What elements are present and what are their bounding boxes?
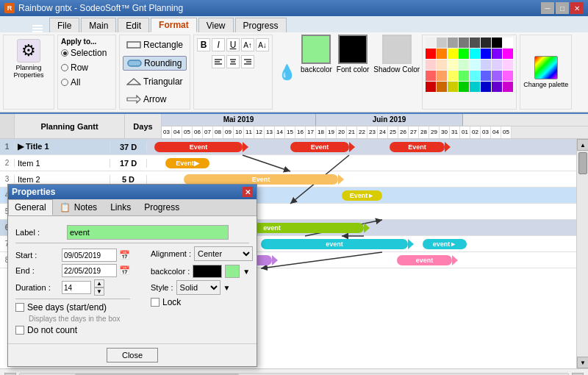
bold-button[interactable]: B xyxy=(197,38,210,51)
palette-cell-19[interactable] xyxy=(459,60,469,70)
start-input[interactable] xyxy=(62,249,117,262)
do-not-count-checkbox[interactable] xyxy=(15,326,24,335)
scroll-up-button[interactable]: ▲ xyxy=(577,139,588,151)
palette-cell-6[interactable] xyxy=(492,38,502,48)
apply-row-radio[interactable]: Row xyxy=(61,63,88,73)
gantt-bar[interactable]: Event xyxy=(184,174,338,185)
duration-input[interactable] xyxy=(62,281,91,294)
scroll-right-button[interactable]: ► xyxy=(572,373,584,376)
palette-cell-7[interactable] xyxy=(503,38,513,48)
palette-cell-24[interactable] xyxy=(426,71,436,81)
font-size-up-button[interactable]: A↑ xyxy=(241,38,254,51)
palette-cell-18[interactable] xyxy=(448,60,458,70)
dialog-close-button-footer[interactable]: Close xyxy=(107,348,158,362)
table-row[interactable]: 1▶ Title 137 D xyxy=(0,139,147,155)
dialog-backcolor-green-swatch[interactable] xyxy=(225,265,240,278)
palette-cell-22[interactable] xyxy=(492,60,502,70)
tab-file[interactable]: File xyxy=(49,18,79,32)
change-palette-button[interactable]: Change palette xyxy=(523,56,568,88)
underline-button[interactable]: U xyxy=(226,38,240,51)
gantt-bar[interactable]: event► xyxy=(423,239,467,249)
dialog-tab-progress[interactable]: Progress xyxy=(137,199,186,215)
palette-cell-30[interactable] xyxy=(492,71,502,81)
shape-rectangle-button[interactable]: Rectangle xyxy=(123,38,187,51)
align-left-button[interactable] xyxy=(212,55,225,68)
close-button[interactable]: ✕ xyxy=(570,2,584,14)
font-size-down-button[interactable]: A↓ xyxy=(256,38,269,51)
style-select[interactable]: Solid xyxy=(176,280,220,295)
planning-properties-button[interactable]: ⚙ PlanningProperties xyxy=(12,38,45,80)
shape-arrow-button[interactable]: Arrow xyxy=(123,93,187,106)
start-calendar-icon[interactable]: 📅 xyxy=(119,250,130,260)
tab-progress[interactable]: Progress xyxy=(235,18,287,32)
palette-cell-21[interactable] xyxy=(481,60,491,70)
palette-cell-29[interactable] xyxy=(481,71,491,81)
palette-cell-35[interactable] xyxy=(459,82,469,92)
dialog-tab-links[interactable]: Links xyxy=(104,199,137,215)
palette-cell-15[interactable] xyxy=(503,49,513,59)
maximize-button[interactable]: □ xyxy=(556,2,569,14)
palette-cell-2[interactable] xyxy=(448,38,458,48)
backcolor-dropdown-arrow[interactable]: ▼ xyxy=(243,268,250,276)
dialog-close-button[interactable]: ✕ xyxy=(243,187,253,197)
palette-cell-14[interactable] xyxy=(492,49,502,59)
table-row[interactable]: 2Item 117 D xyxy=(0,155,147,171)
palette-cell-34[interactable] xyxy=(448,82,458,92)
palette-cell-4[interactable] xyxy=(470,38,480,48)
tab-edit[interactable]: Edit xyxy=(118,18,149,32)
style-dropdown-arrow[interactable]: ▼ xyxy=(223,284,231,292)
palette-cell-26[interactable] xyxy=(448,71,458,81)
menu-button[interactable] xyxy=(32,25,43,32)
palette-cell-11[interactable] xyxy=(459,49,469,59)
palette-cell-28[interactable] xyxy=(470,71,480,81)
gantt-bar[interactable]: event xyxy=(397,255,452,265)
palette-cell-20[interactable] xyxy=(470,60,480,70)
gantt-bar[interactable]: Event xyxy=(290,142,349,152)
shape-triangular-button[interactable]: Triangular xyxy=(123,75,187,88)
palette-cell-3[interactable] xyxy=(459,38,469,48)
duration-spinner[interactable]: ▲ ▼ xyxy=(94,279,104,296)
end-input[interactable] xyxy=(62,264,117,277)
font-color-swatch[interactable] xyxy=(338,35,368,64)
palette-cell-10[interactable] xyxy=(448,49,458,59)
dialog-tab-general[interactable]: General xyxy=(8,199,53,215)
shadow-color-swatch[interactable] xyxy=(382,35,412,64)
scroll-down-button[interactable]: ▼ xyxy=(577,357,588,368)
palette-cell-36[interactable] xyxy=(470,82,480,92)
dialog-backcolor-swatch[interactable] xyxy=(193,265,222,278)
apply-selection-radio[interactable]: Selection xyxy=(61,48,107,58)
tab-format[interactable]: Format xyxy=(151,18,197,32)
palette-cell-27[interactable] xyxy=(459,71,469,81)
duration-down-arrow[interactable]: ▼ xyxy=(94,288,104,296)
tab-view[interactable]: View xyxy=(198,18,234,32)
backcolor-swatch[interactable] xyxy=(301,35,331,64)
palette-cell-25[interactable] xyxy=(437,71,447,81)
do-not-count-row[interactable]: Do not count xyxy=(15,325,130,335)
scroll-left-button[interactable]: ◄ xyxy=(4,373,16,376)
gantt-bar[interactable]: Event▶ xyxy=(165,158,209,168)
alignment-select[interactable]: Center Left Right xyxy=(194,246,253,261)
palette-cell-37[interactable] xyxy=(481,82,491,92)
dialog-tab-notes[interactable]: 📋 Notes xyxy=(53,199,104,215)
minimize-button[interactable]: ─ xyxy=(541,2,554,14)
gantt-bar[interactable]: Event► xyxy=(342,190,382,201)
shape-rounding-button[interactable]: Rounding xyxy=(123,56,187,71)
palette-cell-16[interactable] xyxy=(426,60,436,70)
palette-cell-5[interactable] xyxy=(481,38,491,48)
apply-all-radio[interactable]: All xyxy=(61,77,80,88)
palette-cell-39[interactable] xyxy=(503,82,513,92)
italic-button[interactable]: I xyxy=(212,38,225,51)
vertical-scrollbar[interactable]: ▲ ▼ xyxy=(576,139,588,368)
palette-cell-9[interactable] xyxy=(437,49,447,59)
align-right-button[interactable] xyxy=(241,55,254,68)
palette-cell-12[interactable] xyxy=(470,49,480,59)
see-days-checkbox[interactable] xyxy=(15,303,24,312)
gantt-bar[interactable]: event xyxy=(261,239,408,249)
palette-cell-8[interactable] xyxy=(426,49,436,59)
palette-cell-13[interactable] xyxy=(481,49,491,59)
see-days-row[interactable]: See days (start/end) xyxy=(15,302,130,312)
horizontal-scrollbar-track[interactable] xyxy=(19,373,569,376)
gantt-row-timeline[interactable] xyxy=(147,155,576,171)
align-center-button[interactable] xyxy=(226,55,240,68)
palette-cell-17[interactable] xyxy=(437,60,447,70)
